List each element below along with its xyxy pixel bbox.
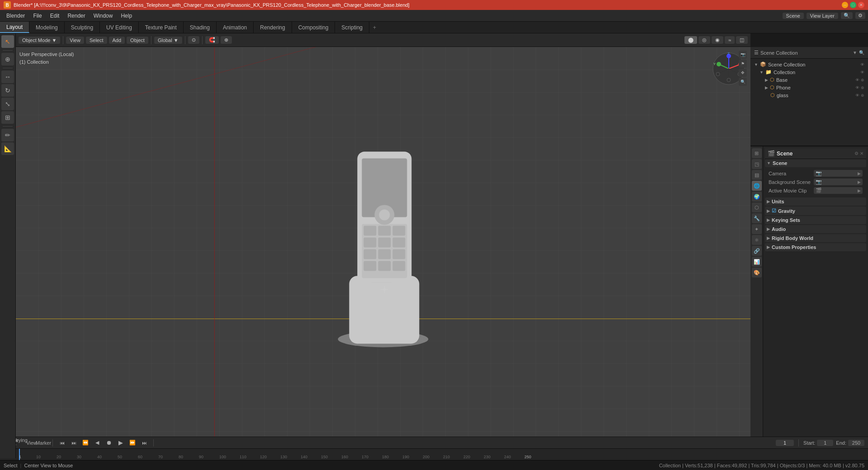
tl-end-frame[interactable]: 250 <box>848 440 864 446</box>
transform-tool[interactable]: ⊞ <box>1 111 14 124</box>
snap-button[interactable]: 🧲 <box>205 36 219 44</box>
add-workspace-button[interactable]: + <box>369 22 380 33</box>
prop-tab-view-layer[interactable]: ▤ <box>752 170 762 180</box>
outliner-item-collection[interactable]: ▼ 📁 Collection 👁 <box>750 68 868 76</box>
prop-tab-scene[interactable]: 🌐 <box>752 181 762 191</box>
overlay-button[interactable]: ≈ <box>725 36 735 44</box>
camera-view-button[interactable]: 📷 <box>739 51 747 59</box>
phone-cursor[interactable]: ⊕ <box>861 85 864 90</box>
prop-section-custom-header[interactable]: ▶ Custom Properties <box>765 243 866 251</box>
current-frame[interactable]: 1 <box>776 440 794 446</box>
menu-window[interactable]: Window <box>90 12 117 20</box>
viewport[interactable]: User Perspective (Local) (1) Collection … <box>16 47 750 446</box>
base-eye[interactable]: 👁 <box>855 78 859 82</box>
prop-tab-output[interactable]: ◳ <box>752 159 762 169</box>
menu-file[interactable]: File <box>29 12 45 20</box>
tab-compositing[interactable]: Compositing <box>292 22 335 33</box>
tab-scripting[interactable]: Scripting <box>335 22 369 33</box>
outliner-item-glass[interactable]: ⬡ glass 👁 ⊕ <box>750 91 868 99</box>
status-select[interactable]: Select <box>4 463 18 468</box>
proportional-edit-button[interactable]: ⊙ <box>188 36 199 44</box>
maximize-button[interactable]: □ <box>850 2 856 8</box>
tab-shading[interactable]: Shading <box>184 22 217 33</box>
tab-texture-paint[interactable]: Texture Paint <box>139 22 184 33</box>
prop-tab-physics[interactable]: ⚛ <box>752 235 762 245</box>
prop-value-camera[interactable]: 📷 ▶ <box>814 170 863 177</box>
prop-tab-data[interactable]: 📊 <box>752 257 762 267</box>
global-button[interactable]: Global ▼ <box>154 37 182 44</box>
tl-prev-keyframe[interactable]: ⏭ <box>69 438 78 447</box>
scale-tool[interactable]: ⤡ <box>1 98 14 110</box>
viewport-shading-material[interactable]: ◎ <box>698 36 710 44</box>
select-menu[interactable]: Select <box>86 37 107 44</box>
tl-prev-frame[interactable]: ⏪ <box>81 438 90 447</box>
prop-tab-object[interactable]: ⬡ <box>752 202 762 212</box>
prop-section-units-header[interactable]: ▶ Units <box>765 197 866 206</box>
tl-next-frame[interactable]: ⏩ <box>128 438 137 447</box>
prop-section-rigid-body-header[interactable]: ▶ Rigid Body World <box>765 234 866 242</box>
prop-section-keying-header[interactable]: ▶ Keying Sets <box>765 216 866 224</box>
timeline-ruler[interactable]: 1 10 20 30 40 50 60 70 80 90 100 <box>0 449 868 460</box>
tab-uv-editing[interactable]: UV Editing <box>100 22 139 33</box>
tab-modeling[interactable]: Modeling <box>29 22 65 33</box>
walk-mode-button[interactable]: ⚑ <box>739 60 747 68</box>
tab-layout[interactable]: Layout <box>0 22 29 33</box>
minimize-button[interactable]: ─ <box>842 2 848 8</box>
menu-help[interactable]: Help <box>117 12 136 20</box>
outliner-item-phone[interactable]: ▶ ⬡ Phone 👁 ⊕ <box>750 84 868 91</box>
scene-close[interactable]: ✕ <box>860 151 863 156</box>
viewport-shading-solid[interactable]: ⬤ <box>684 36 697 44</box>
glass-cursor[interactable]: ⊕ <box>861 93 864 98</box>
search-button[interactable]: 🔍 <box>841 12 853 19</box>
annotate-tool[interactable]: ✏ <box>1 129 14 141</box>
tl-play[interactable]: ▶ <box>116 438 125 447</box>
outliner-item-base[interactable]: ▶ ⬡ Base 👁 ⊕ <box>750 76 868 84</box>
menu-render[interactable]: Render <box>64 12 89 20</box>
outliner-search[interactable]: 🔍 <box>859 50 864 55</box>
view-layer-selector[interactable]: View Layer <box>807 13 838 19</box>
rotate-tool[interactable]: ↻ <box>1 84 14 97</box>
prop-value-background[interactable]: 📷 ▶ <box>814 179 863 185</box>
tl-jump-start[interactable]: ⏮ <box>57 438 66 447</box>
zoom-view-button[interactable]: 🔍 <box>739 78 747 86</box>
prop-section-scene-header[interactable]: ▼ Scene <box>765 159 866 167</box>
tl-marker-menu[interactable]: Marker <box>39 438 48 447</box>
navigation-gizmo[interactable]: Z X Y 📷 ⚑ ✥ 🔍 <box>711 51 747 87</box>
tl-stop[interactable]: ⏺ <box>104 438 113 447</box>
view-menu[interactable]: View <box>66 37 84 44</box>
tab-rendering[interactable]: Rendering <box>254 22 292 33</box>
outliner-filter[interactable]: ▼ <box>853 50 857 55</box>
xray-button[interactable]: ◫ <box>736 36 748 44</box>
outliner-item-scene-collection[interactable]: ▼ 📦 Scene Collection 👁 <box>750 61 868 68</box>
top-right-controls[interactable]: ⚙ <box>855 12 865 19</box>
tab-sculpting[interactable]: Sculpting <box>65 22 100 33</box>
object-menu[interactable]: Object <box>127 37 148 44</box>
tl-keying-menu[interactable]: Keying ▼ <box>15 438 24 447</box>
menu-blender[interactable]: Blender <box>3 12 28 20</box>
cursor-tool[interactable]: ⊕ <box>1 53 14 66</box>
select-tool[interactable]: ↖ <box>1 35 14 48</box>
phone-eye[interactable]: 👁 <box>855 85 859 90</box>
prop-tab-modifiers[interactable]: 🔧 <box>752 213 762 223</box>
transform-pivot-button[interactable]: ⊕ <box>221 36 232 44</box>
viewport-shading-rendered[interactable]: ◉ <box>712 36 723 44</box>
prop-tab-particles[interactable]: ✦ <box>752 224 762 234</box>
tl-next-keyframe[interactable]: ⏭ <box>140 438 149 447</box>
window-controls[interactable]: ─ □ ✕ <box>842 2 864 8</box>
base-cursor[interactable]: ⊕ <box>861 78 864 82</box>
prop-value-movie[interactable]: 🎬 ▶ <box>814 187 863 194</box>
glass-eye[interactable]: 👁 <box>855 93 859 98</box>
tl-start-frame[interactable]: 1 <box>817 440 833 446</box>
status-center-view[interactable]: Center View to Mouse <box>24 463 73 468</box>
prop-tab-constraints[interactable]: 🔗 <box>752 246 762 256</box>
scene-settings[interactable]: ⚙ <box>854 151 859 156</box>
prop-tab-world[interactable]: 🌍 <box>752 192 762 202</box>
object-mode-button[interactable]: Object Mode ▼ <box>19 37 60 44</box>
collection-eye[interactable]: 👁 <box>860 70 864 75</box>
prop-tab-render[interactable]: ⊞ <box>752 148 762 158</box>
move-tool[interactable]: ↔ <box>1 70 14 83</box>
close-button[interactable]: ✕ <box>858 2 864 8</box>
tl-view-menu[interactable]: View <box>27 438 36 447</box>
tab-animation[interactable]: Animation <box>217 22 254 33</box>
prop-section-gravity-header[interactable]: ▶ ☑ Gravity <box>765 207 866 215</box>
